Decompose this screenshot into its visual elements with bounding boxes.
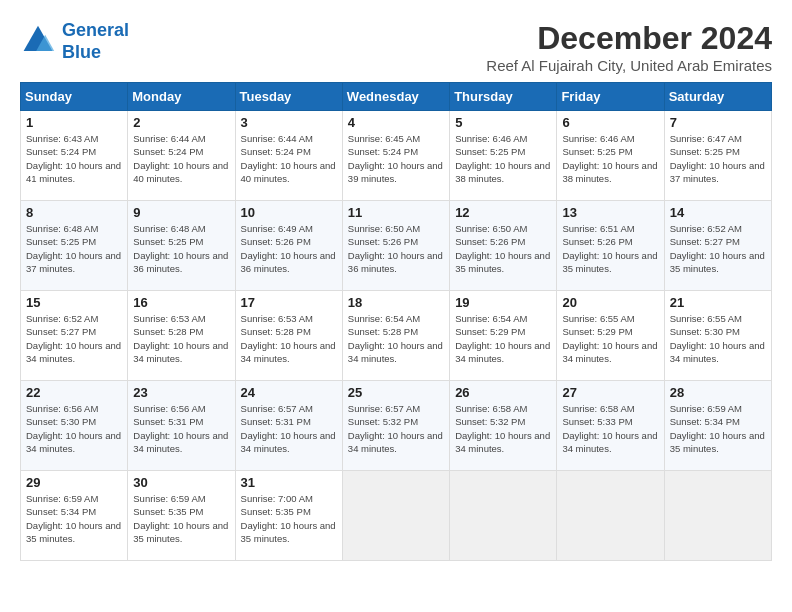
calendar-week-row: 1Sunrise: 6:43 AMSunset: 5:24 PMDaylight… — [21, 111, 772, 201]
day-detail: Sunrise: 6:48 AMSunset: 5:25 PMDaylight:… — [26, 222, 122, 275]
weekday-header-thursday: Thursday — [450, 83, 557, 111]
day-number: 7 — [670, 115, 766, 130]
day-detail: Sunrise: 6:50 AMSunset: 5:26 PMDaylight:… — [348, 222, 444, 275]
calendar-cell — [664, 471, 771, 561]
weekday-header-wednesday: Wednesday — [342, 83, 449, 111]
day-detail: Sunrise: 6:59 AMSunset: 5:34 PMDaylight:… — [670, 402, 766, 455]
day-detail: Sunrise: 6:46 AMSunset: 5:25 PMDaylight:… — [455, 132, 551, 185]
calendar-cell: 1Sunrise: 6:43 AMSunset: 5:24 PMDaylight… — [21, 111, 128, 201]
calendar-cell: 29Sunrise: 6:59 AMSunset: 5:34 PMDayligh… — [21, 471, 128, 561]
logo: General Blue — [20, 20, 129, 63]
calendar-cell: 2Sunrise: 6:44 AMSunset: 5:24 PMDaylight… — [128, 111, 235, 201]
day-number: 1 — [26, 115, 122, 130]
calendar-cell: 8Sunrise: 6:48 AMSunset: 5:25 PMDaylight… — [21, 201, 128, 291]
calendar-cell: 27Sunrise: 6:58 AMSunset: 5:33 PMDayligh… — [557, 381, 664, 471]
logo-line1: General — [62, 20, 129, 40]
day-number: 19 — [455, 295, 551, 310]
day-detail: Sunrise: 6:59 AMSunset: 5:34 PMDaylight:… — [26, 492, 122, 545]
page-subtitle: Reef Al Fujairah City, United Arab Emira… — [486, 57, 772, 74]
calendar-cell: 5Sunrise: 6:46 AMSunset: 5:25 PMDaylight… — [450, 111, 557, 201]
day-detail: Sunrise: 6:52 AMSunset: 5:27 PMDaylight:… — [670, 222, 766, 275]
calendar-week-row: 8Sunrise: 6:48 AMSunset: 5:25 PMDaylight… — [21, 201, 772, 291]
calendar-cell: 13Sunrise: 6:51 AMSunset: 5:26 PMDayligh… — [557, 201, 664, 291]
calendar-cell: 24Sunrise: 6:57 AMSunset: 5:31 PMDayligh… — [235, 381, 342, 471]
weekday-header-friday: Friday — [557, 83, 664, 111]
day-number: 24 — [241, 385, 337, 400]
day-detail: Sunrise: 6:56 AMSunset: 5:31 PMDaylight:… — [133, 402, 229, 455]
day-detail: Sunrise: 7:00 AMSunset: 5:35 PMDaylight:… — [241, 492, 337, 545]
calendar-cell: 18Sunrise: 6:54 AMSunset: 5:28 PMDayligh… — [342, 291, 449, 381]
day-detail: Sunrise: 6:47 AMSunset: 5:25 PMDaylight:… — [670, 132, 766, 185]
day-detail: Sunrise: 6:50 AMSunset: 5:26 PMDaylight:… — [455, 222, 551, 275]
day-number: 6 — [562, 115, 658, 130]
day-number: 9 — [133, 205, 229, 220]
day-detail: Sunrise: 6:55 AMSunset: 5:29 PMDaylight:… — [562, 312, 658, 365]
day-detail: Sunrise: 6:48 AMSunset: 5:25 PMDaylight:… — [133, 222, 229, 275]
day-number: 11 — [348, 205, 444, 220]
day-number: 2 — [133, 115, 229, 130]
calendar-cell: 3Sunrise: 6:44 AMSunset: 5:24 PMDaylight… — [235, 111, 342, 201]
calendar-cell: 21Sunrise: 6:55 AMSunset: 5:30 PMDayligh… — [664, 291, 771, 381]
day-detail: Sunrise: 6:53 AMSunset: 5:28 PMDaylight:… — [241, 312, 337, 365]
calendar-header-row: SundayMondayTuesdayWednesdayThursdayFrid… — [21, 83, 772, 111]
logo-icon — [20, 24, 56, 60]
calendar-cell: 30Sunrise: 6:59 AMSunset: 5:35 PMDayligh… — [128, 471, 235, 561]
day-detail: Sunrise: 6:54 AMSunset: 5:29 PMDaylight:… — [455, 312, 551, 365]
day-number: 25 — [348, 385, 444, 400]
day-number: 15 — [26, 295, 122, 310]
calendar-cell: 12Sunrise: 6:50 AMSunset: 5:26 PMDayligh… — [450, 201, 557, 291]
day-number: 8 — [26, 205, 122, 220]
day-number: 26 — [455, 385, 551, 400]
day-number: 31 — [241, 475, 337, 490]
calendar-cell: 16Sunrise: 6:53 AMSunset: 5:28 PMDayligh… — [128, 291, 235, 381]
calendar-table: SundayMondayTuesdayWednesdayThursdayFrid… — [20, 82, 772, 561]
calendar-week-row: 29Sunrise: 6:59 AMSunset: 5:34 PMDayligh… — [21, 471, 772, 561]
calendar-body: 1Sunrise: 6:43 AMSunset: 5:24 PMDaylight… — [21, 111, 772, 561]
day-number: 3 — [241, 115, 337, 130]
calendar-cell — [557, 471, 664, 561]
calendar-cell: 6Sunrise: 6:46 AMSunset: 5:25 PMDaylight… — [557, 111, 664, 201]
weekday-header-sunday: Sunday — [21, 83, 128, 111]
day-number: 23 — [133, 385, 229, 400]
calendar-cell: 25Sunrise: 6:57 AMSunset: 5:32 PMDayligh… — [342, 381, 449, 471]
day-number: 30 — [133, 475, 229, 490]
calendar-cell: 22Sunrise: 6:56 AMSunset: 5:30 PMDayligh… — [21, 381, 128, 471]
page-title: December 2024 — [486, 20, 772, 57]
calendar-cell: 17Sunrise: 6:53 AMSunset: 5:28 PMDayligh… — [235, 291, 342, 381]
day-detail: Sunrise: 6:54 AMSunset: 5:28 PMDaylight:… — [348, 312, 444, 365]
day-number: 14 — [670, 205, 766, 220]
day-detail: Sunrise: 6:49 AMSunset: 5:26 PMDaylight:… — [241, 222, 337, 275]
day-number: 20 — [562, 295, 658, 310]
title-block: December 2024 Reef Al Fujairah City, Uni… — [486, 20, 772, 74]
day-detail: Sunrise: 6:56 AMSunset: 5:30 PMDaylight:… — [26, 402, 122, 455]
calendar-cell: 7Sunrise: 6:47 AMSunset: 5:25 PMDaylight… — [664, 111, 771, 201]
day-number: 29 — [26, 475, 122, 490]
day-detail: Sunrise: 6:55 AMSunset: 5:30 PMDaylight:… — [670, 312, 766, 365]
page-header: General Blue December 2024 Reef Al Fujai… — [20, 20, 772, 74]
calendar-cell: 14Sunrise: 6:52 AMSunset: 5:27 PMDayligh… — [664, 201, 771, 291]
calendar-cell: 15Sunrise: 6:52 AMSunset: 5:27 PMDayligh… — [21, 291, 128, 381]
day-number: 16 — [133, 295, 229, 310]
day-number: 22 — [26, 385, 122, 400]
calendar-cell: 4Sunrise: 6:45 AMSunset: 5:24 PMDaylight… — [342, 111, 449, 201]
day-detail: Sunrise: 6:44 AMSunset: 5:24 PMDaylight:… — [133, 132, 229, 185]
day-detail: Sunrise: 6:46 AMSunset: 5:25 PMDaylight:… — [562, 132, 658, 185]
day-number: 28 — [670, 385, 766, 400]
day-number: 13 — [562, 205, 658, 220]
calendar-cell: 9Sunrise: 6:48 AMSunset: 5:25 PMDaylight… — [128, 201, 235, 291]
day-detail: Sunrise: 6:57 AMSunset: 5:32 PMDaylight:… — [348, 402, 444, 455]
calendar-cell: 20Sunrise: 6:55 AMSunset: 5:29 PMDayligh… — [557, 291, 664, 381]
weekday-header-monday: Monday — [128, 83, 235, 111]
day-detail: Sunrise: 6:59 AMSunset: 5:35 PMDaylight:… — [133, 492, 229, 545]
calendar-cell: 19Sunrise: 6:54 AMSunset: 5:29 PMDayligh… — [450, 291, 557, 381]
calendar-week-row: 22Sunrise: 6:56 AMSunset: 5:30 PMDayligh… — [21, 381, 772, 471]
weekday-header-saturday: Saturday — [664, 83, 771, 111]
calendar-cell: 10Sunrise: 6:49 AMSunset: 5:26 PMDayligh… — [235, 201, 342, 291]
calendar-cell: 11Sunrise: 6:50 AMSunset: 5:26 PMDayligh… — [342, 201, 449, 291]
calendar-cell: 23Sunrise: 6:56 AMSunset: 5:31 PMDayligh… — [128, 381, 235, 471]
day-number: 12 — [455, 205, 551, 220]
day-number: 27 — [562, 385, 658, 400]
day-detail: Sunrise: 6:58 AMSunset: 5:33 PMDaylight:… — [562, 402, 658, 455]
calendar-cell: 31Sunrise: 7:00 AMSunset: 5:35 PMDayligh… — [235, 471, 342, 561]
day-number: 4 — [348, 115, 444, 130]
